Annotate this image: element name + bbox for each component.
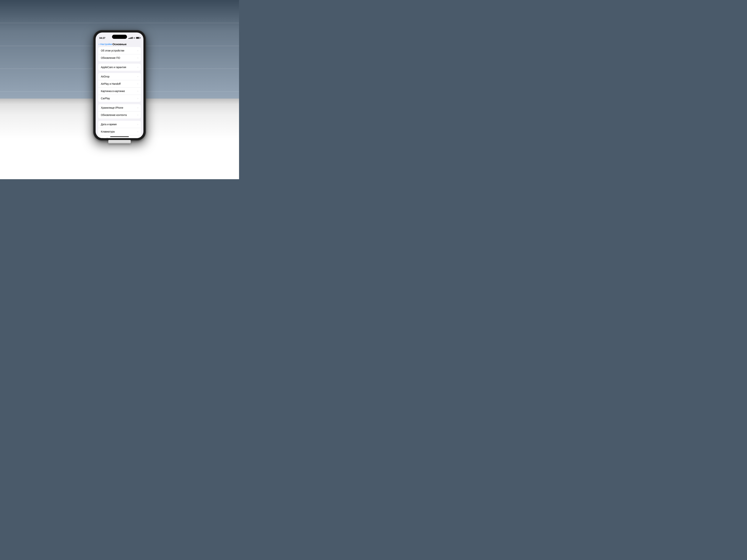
status-time: 04:27 [99,36,105,39]
settings-group-2: AppleCare и гарантия › [98,64,141,71]
chevron-right-icon: › [137,90,138,92]
settings-item-label: AirPlay и Handoff [101,82,121,85]
signal-icon [128,37,133,39]
settings-item-keyboard[interactable]: Клавиатура › [98,128,141,135]
shelf-row-1 [0,23,239,23]
settings-group-3: AirDrop › AirPlay и Handoff › Картинка в… [98,73,141,102]
settings-item-label: AirDrop [101,75,109,78]
dynamic-island [112,35,127,39]
iphone-frame: 04:27 ⊛ ‹ На [93,30,146,140]
chevron-right-icon: › [137,97,138,100]
chevron-right-icon: › [137,123,138,126]
settings-item-label: CarPlay [101,97,110,100]
settings-content[interactable]: Об этом устройстве › Обновление ПО › App… [96,47,144,138]
settings-item-bgrefresh[interactable]: Обновление контента › [98,111,141,118]
settings-item-datetime[interactable]: Дата и время › [98,121,141,128]
home-indicator [110,136,129,137]
settings-group-1: Об этом устройстве › Обновление ПО › [98,47,141,61]
chevron-right-icon: › [137,106,138,109]
phone-stand [108,140,131,143]
battery-fill [136,37,139,38]
back-button[interactable]: ‹ Настройки [99,43,112,46]
settings-item-label: Картинка в картинке [101,89,125,92]
settings-item-label: Хранилище iPhone [101,106,123,109]
wifi-icon: ⊛ [133,37,135,39]
settings-item-airdrop[interactable]: AirDrop › [98,73,141,80]
phone-wrapper: 04:27 ⊛ ‹ На [93,30,146,143]
settings-item-label: Об этом устройстве [101,49,124,52]
settings-item-storage[interactable]: Хранилище iPhone › [98,104,141,111]
settings-item-software[interactable]: Обновление ПО › [98,54,141,61]
settings-item-label: Дата и время [101,123,117,126]
battery-icon [136,37,140,39]
chevron-right-icon: › [137,66,138,69]
chevron-right-icon: › [137,49,138,52]
chevron-right-icon: › [137,114,138,116]
chevron-right-icon: › [137,138,138,138]
chevron-right-icon: › [137,57,138,59]
settings-item-carplay[interactable]: CarPlay › [98,95,141,102]
chevron-right-icon: › [137,82,138,85]
settings-item-label: Обновление ПО [101,56,120,59]
settings-group-4: Хранилище iPhone › Обновление контента › [98,104,141,118]
settings-item-label: Шрифты [101,137,111,138]
settings-item-airplay[interactable]: AirPlay и Handoff › [98,80,141,87]
back-label: Настройки [100,43,112,46]
settings-item-label: Обновление контента [101,113,127,116]
status-icons: ⊛ [128,37,140,39]
nav-bar: ‹ Настройки Основные [96,42,144,47]
chevron-right-icon: › [137,130,138,133]
settings-item-pip[interactable]: Картинка в картинке › [98,87,141,95]
settings-item-about[interactable]: Об этом устройстве › [98,47,141,54]
settings-group-5: Дата и время › Клавиатура › Шрифты › Язы… [98,121,141,138]
back-chevron-icon: ‹ [99,43,100,46]
nav-title: Основные [112,43,126,46]
settings-item-applecare[interactable]: AppleCare и гарантия › [98,64,141,71]
settings-item-label: Клавиатура [101,130,115,133]
chevron-right-icon: › [137,75,138,78]
settings-item-label: AppleCare и гарантия [101,66,126,69]
iphone-screen: 04:27 ⊛ ‹ На [96,32,144,138]
